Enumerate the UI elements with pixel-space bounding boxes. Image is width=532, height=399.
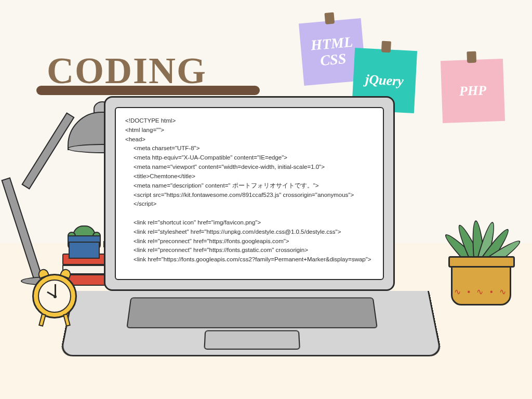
note-text: HTML: [310, 34, 353, 54]
laptop-screen-frame: <!DOCTYPE html><html lang=""><head><meta…: [104, 96, 395, 291]
plant-pot-icon: [69, 238, 100, 259]
laptop-base: [59, 291, 442, 356]
code-line: [125, 209, 374, 218]
code-line: <!DOCTYPE html>: [125, 116, 374, 126]
laptop: <!DOCTYPE html><html lang=""><head><meta…: [104, 96, 429, 360]
code-line: <html lang="">: [125, 126, 374, 135]
code-line: <script src="https://kit.fontawesome.com…: [125, 191, 374, 209]
laptop-screen-code: <!DOCTYPE html><html lang=""><head><meta…: [115, 107, 384, 280]
code-line: <link rel="preconnect" href="https://fon…: [125, 246, 374, 255]
code-line: <link href="https://fonts.googleapis.com…: [125, 255, 374, 264]
code-line: <title>Chemtone</title>: [125, 172, 374, 181]
shelf-sign-text: CODING: [47, 50, 207, 91]
code-line: <link rel="preconnect" href="https://fon…: [125, 237, 374, 246]
note-text: PHP: [459, 83, 486, 99]
keyboard-icon: [126, 297, 378, 328]
code-line: <head>: [125, 135, 374, 144]
lamp-arm-icon: [21, 112, 74, 190]
code-line: <link rel="stylesheet" href="https://unp…: [125, 228, 374, 237]
note-text: jQuery: [365, 72, 404, 89]
wall-shelf: [36, 86, 260, 95]
note-text: CSS: [320, 51, 347, 69]
code-line: <meta http-equiv="X-UA-Compatible" conte…: [125, 153, 374, 163]
code-line: <link rel="shortcut icon" href="img/favi…: [125, 218, 374, 228]
code-line: <meta charset="UTF-8">: [125, 144, 374, 153]
trackpad-icon: [204, 330, 300, 350]
sticky-note-php: PHP: [441, 59, 505, 123]
potted-plant-icon: ∿ • ∿ • ∿: [451, 261, 511, 305]
code-line: <meta name="description" content=" ポートフォ…: [125, 181, 374, 191]
code-line: <meta name="viewport" content="width=dev…: [125, 163, 374, 172]
alarm-clock-icon: [32, 274, 77, 318]
